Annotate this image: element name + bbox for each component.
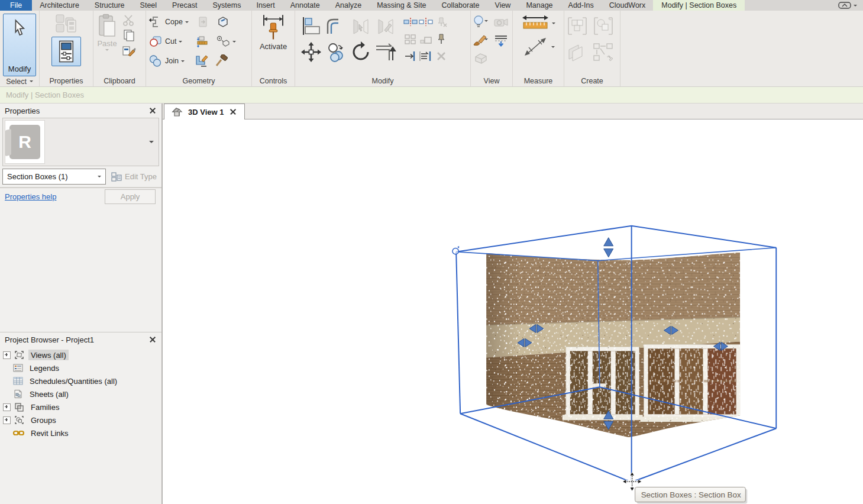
split-element-icon[interactable] xyxy=(403,18,418,26)
create-panel-label-text: Create xyxy=(581,77,603,85)
properties-panel-label-text: Properties xyxy=(50,77,83,85)
project-browser-tree: Views (all) Legends Schedules/Quantities… xyxy=(0,347,161,504)
tree-item-views[interactable]: Views (all) xyxy=(0,348,161,361)
properties-palette-button[interactable] xyxy=(51,37,81,66)
menu-tab-add-ins[interactable]: Add-Ins xyxy=(561,0,602,11)
rotate-icon[interactable] xyxy=(350,41,372,63)
trim-single-icon[interactable] xyxy=(404,51,417,62)
split-with-gap-icon[interactable] xyxy=(419,18,433,26)
menubar-spacer xyxy=(745,0,832,11)
menu-tab-view[interactable]: View xyxy=(487,0,519,11)
measure-diagonal-button[interactable] xyxy=(522,35,555,58)
menu-tab-architecture[interactable]: Architecture xyxy=(32,0,87,11)
apply-button[interactable]: Apply xyxy=(105,189,156,204)
pin-icon[interactable] xyxy=(437,33,446,45)
tree-item-groups[interactable]: Groups xyxy=(0,413,161,427)
trim-extend-icon[interactable] xyxy=(374,41,397,63)
wall-joins-icon[interactable] xyxy=(195,54,209,67)
views-icon xyxy=(14,350,24,360)
modify-tool-button[interactable]: Modify xyxy=(3,14,36,76)
delete-icon xyxy=(436,51,447,62)
menu-tab-insert[interactable]: Insert xyxy=(248,0,282,11)
expand-plus-icon[interactable] xyxy=(3,416,11,424)
tree-label-views: Views (all) xyxy=(28,350,69,360)
trim-multiple-icon[interactable] xyxy=(419,51,433,62)
edit-type-button[interactable]: Edit Type xyxy=(109,172,159,182)
reveal-hidden-icon[interactable] xyxy=(472,15,490,29)
create-assembly-icon xyxy=(565,41,589,63)
type-selector-caret-icon[interactable] xyxy=(149,141,154,143)
wall-layers-icon[interactable] xyxy=(196,35,210,48)
copy-to-clipboard-icon[interactable] xyxy=(122,30,136,41)
menu-tab-manage[interactable]: Manage xyxy=(518,0,560,11)
join-caret-icon[interactable] xyxy=(181,60,185,62)
menu-tab-analyze[interactable]: Analyze xyxy=(328,0,369,11)
tree-item-revit-links[interactable]: Revit Links xyxy=(0,427,161,440)
cut-geometry-icon[interactable] xyxy=(148,35,163,48)
cut-caret-icon[interactable] xyxy=(179,41,182,43)
join-geometry-icon[interactable] xyxy=(148,54,163,67)
menu-tab-systems[interactable]: Systems xyxy=(205,0,248,11)
menu-tab-collaborate[interactable]: Collaborate xyxy=(434,0,487,11)
move-icon[interactable] xyxy=(300,41,322,63)
paste-button[interactable]: Paste xyxy=(97,13,117,57)
demolish-hammer-icon[interactable] xyxy=(215,54,229,67)
offset-icon[interactable] xyxy=(325,16,347,36)
select-panel-label-text: Select xyxy=(6,77,27,86)
type-selector-preview[interactable]: R xyxy=(2,118,159,166)
type-selector-value: Section Boxes (1) xyxy=(7,172,98,181)
properties-help-link[interactable]: Properties help xyxy=(5,192,105,201)
viewport-3d[interactable]: Section Boxes : Section Box xyxy=(163,119,863,504)
menu-tab-massing-site[interactable]: Massing & Site xyxy=(369,0,434,11)
underlay-lines-icon[interactable] xyxy=(493,33,509,47)
cope-caret-icon[interactable] xyxy=(185,21,189,23)
properties-close-icon[interactable] xyxy=(148,106,157,115)
graphic-display-brush-icon[interactable] xyxy=(472,33,490,47)
cut-label[interactable]: Cut xyxy=(165,37,176,46)
measure-panel-label: Measure xyxy=(513,75,564,86)
menu-tab-file[interactable]: File xyxy=(0,0,32,11)
tree-item-schedules[interactable]: Schedules/Quantities (all) xyxy=(0,374,161,387)
cut-to-clipboard-icon xyxy=(122,14,136,26)
menu-tab-structure[interactable]: Structure xyxy=(87,0,132,11)
demolish-link-icon[interactable] xyxy=(215,35,230,48)
menu-tab-precast[interactable]: Precast xyxy=(164,0,205,11)
tooltip-text: Section Boxes : Section Box xyxy=(641,490,741,499)
section-box-rotate-handle[interactable] xyxy=(452,246,459,254)
cursor-arrow-icon xyxy=(12,19,27,38)
sheets-icon xyxy=(13,389,23,399)
match-type-properties-icon[interactable] xyxy=(122,45,136,57)
properties-icon xyxy=(57,40,75,63)
cope-icon[interactable] xyxy=(148,15,163,28)
menu-tab-annotate[interactable]: Annotate xyxy=(283,0,328,11)
project-browser-close-icon[interactable] xyxy=(148,335,157,344)
activate-controls-button[interactable]: Activate xyxy=(252,11,295,51)
tree-item-sheets[interactable]: Sheets (all) xyxy=(0,387,161,400)
create-parts-icon xyxy=(592,41,615,63)
tree-item-legends[interactable]: Legends xyxy=(0,361,161,374)
menu-tab-cloudworx[interactable]: CloudWorx xyxy=(602,0,654,11)
schedules-icon xyxy=(13,376,23,386)
menu-tab-modify-section-boxes[interactable]: Modify | Section Boxes xyxy=(653,0,745,11)
ribbon: Modify Select Properties xyxy=(0,11,863,87)
view-tab-3d-view-1[interactable]: 3D View 1 xyxy=(164,104,245,119)
point-cloud-facade[interactable] xyxy=(486,253,744,447)
type-selector-dropdown[interactable]: Section Boxes (1) xyxy=(2,169,106,185)
select-panel-label[interactable]: Select xyxy=(0,76,39,86)
expand-plus-icon[interactable] xyxy=(3,351,11,359)
menu-tab-steel[interactable]: Steel xyxy=(132,0,165,11)
view-tab-close-icon[interactable] xyxy=(229,108,237,116)
cope-label[interactable]: Cope xyxy=(165,18,183,26)
expand-plus-icon[interactable] xyxy=(3,403,11,411)
ribbon-toggle-button[interactable] xyxy=(832,0,863,11)
family-properties-icon[interactable] xyxy=(54,13,78,34)
view-box-icon xyxy=(473,51,489,66)
link-caret-icon[interactable] xyxy=(232,41,236,43)
measure-linear-button[interactable] xyxy=(521,14,555,32)
join-label[interactable]: Join xyxy=(165,57,179,65)
tree-item-families[interactable]: Families xyxy=(0,400,161,413)
solid-box-icon[interactable] xyxy=(216,15,230,29)
options-bar-mode-text: Modify | Section Boxes xyxy=(6,91,84,99)
align-icon[interactable] xyxy=(301,16,321,36)
copy-icon[interactable] xyxy=(325,42,347,62)
